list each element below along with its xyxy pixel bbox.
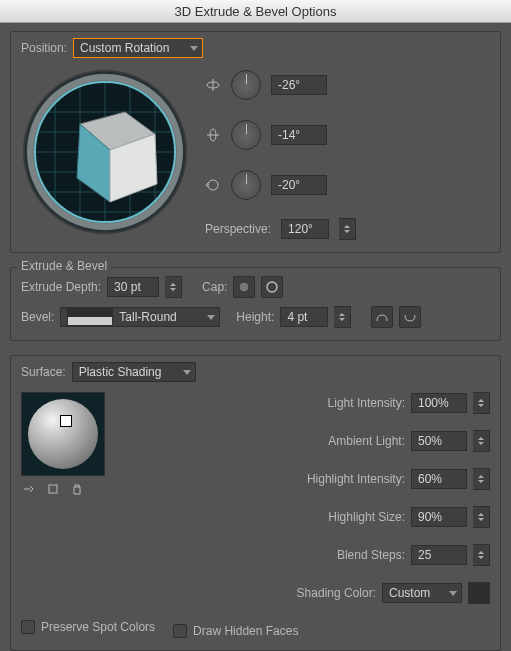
extrude-bevel-group: Extrude & Bevel Extrude Depth: 30 pt Cap… (10, 267, 501, 341)
chevron-down-icon (449, 591, 457, 596)
svg-point-22 (239, 282, 249, 292)
draw-hidden-checkbox[interactable] (173, 624, 187, 638)
shading-color-swatch[interactable] (468, 582, 490, 604)
light-intensity-value: 100% (418, 396, 449, 410)
bevel-height-field[interactable]: 4 pt (280, 307, 328, 327)
new-light-icon[interactable] (45, 482, 61, 496)
perspective-stepper[interactable] (339, 218, 356, 240)
highlight-size-label: Highlight Size: (281, 510, 405, 524)
ambient-light-stepper[interactable] (473, 430, 490, 452)
perspective-field[interactable]: 120° (281, 219, 329, 239)
shading-color-value: Custom (389, 586, 430, 600)
blend-steps-label: Blend Steps: (281, 548, 405, 562)
svg-point-21 (208, 180, 218, 190)
rotate-z-knob[interactable] (231, 170, 261, 200)
highlight-size-value: 90% (418, 510, 442, 524)
rotate-z-value: -20° (278, 178, 300, 192)
light-intensity-field[interactable]: 100% (411, 393, 467, 413)
position-preset-value: Custom Rotation (80, 41, 169, 55)
chevron-down-icon (183, 370, 191, 375)
ambient-light-label: Ambient Light: (281, 434, 405, 448)
light-intensity-label: Light Intensity: (281, 396, 405, 410)
rotate-x-icon (205, 77, 221, 93)
bevel-height-stepper[interactable] (334, 306, 351, 328)
light-sphere-preview[interactable] (21, 392, 105, 476)
highlight-size-stepper[interactable] (473, 506, 490, 528)
extrude-depth-value: 30 pt (114, 280, 141, 294)
light-handle[interactable] (60, 415, 72, 427)
chevron-down-icon (190, 46, 198, 51)
rotate-y-icon (205, 127, 221, 143)
highlight-size-field[interactable]: 90% (411, 507, 467, 527)
surface-preset-select[interactable]: Plastic Shading (72, 362, 196, 382)
cap-off-button[interactable] (261, 276, 283, 298)
perspective-label: Perspective: (205, 222, 271, 236)
chevron-down-icon (207, 315, 215, 320)
bevel-label: Bevel: (21, 310, 54, 324)
rotate-y-knob[interactable] (231, 120, 261, 150)
extrude-depth-stepper[interactable] (165, 276, 182, 298)
delete-light-icon[interactable] (69, 482, 85, 496)
shading-color-select[interactable]: Custom (382, 583, 462, 603)
extrude-depth-field[interactable]: 30 pt (107, 277, 159, 297)
rotate-z-icon (205, 177, 221, 193)
draw-hidden-label: Draw Hidden Faces (193, 624, 298, 638)
position-label: Position: (21, 41, 67, 55)
rotate-y-value: -14° (278, 128, 300, 142)
shading-color-label: Shading Color: (252, 586, 376, 600)
blend-steps-value: 25 (418, 548, 431, 562)
extrude-depth-label: Extrude Depth: (21, 280, 101, 294)
dialog-title: 3D Extrude & Bevel Options (175, 4, 337, 19)
bevel-height-value: 4 pt (287, 310, 307, 324)
svg-rect-24 (49, 485, 57, 493)
move-light-back-icon[interactable] (21, 482, 37, 496)
position-preset-select[interactable]: Custom Rotation (73, 38, 203, 58)
ambient-light-field[interactable]: 50% (411, 431, 467, 451)
rotate-y-field[interactable]: -14° (271, 125, 327, 145)
blend-steps-field[interactable]: 25 (411, 545, 467, 565)
extrude-bevel-title: Extrude & Bevel (17, 259, 111, 273)
rotate-x-value: -26° (278, 78, 300, 92)
titlebar: 3D Extrude & Bevel Options (0, 0, 511, 23)
highlight-intensity-stepper[interactable] (473, 468, 490, 490)
rotate-x-field[interactable]: -26° (271, 75, 327, 95)
highlight-intensity-label: Highlight Intensity: (281, 472, 405, 486)
surface-preset-value: Plastic Shading (79, 365, 162, 379)
preserve-spot-checkbox[interactable] (21, 620, 35, 634)
bevel-extent-in-button[interactable] (371, 306, 393, 328)
svg-point-23 (267, 282, 277, 292)
cap-label: Cap: (202, 280, 227, 294)
surface-label: Surface: (21, 365, 66, 379)
light-intensity-stepper[interactable] (473, 392, 490, 414)
ambient-light-value: 50% (418, 434, 442, 448)
rotation-cube-preview[interactable] (23, 70, 187, 234)
bevel-preset-select[interactable]: Tall-Round (60, 307, 220, 327)
highlight-intensity-field[interactable]: 60% (411, 469, 467, 489)
surface-group: Surface: Plastic Shading Light Intensit (10, 355, 501, 651)
rotate-z-field[interactable]: -20° (271, 175, 327, 195)
rotate-x-knob[interactable] (231, 70, 261, 100)
bevel-preset-value: Tall-Round (119, 310, 193, 324)
bevel-preview-swatch (67, 308, 113, 326)
highlight-intensity-value: 60% (418, 472, 442, 486)
position-group: Position: Custom Rotation (10, 31, 501, 253)
blend-steps-stepper[interactable] (473, 544, 490, 566)
preserve-spot-label: Preserve Spot Colors (41, 620, 155, 634)
bevel-height-label: Height: (236, 310, 274, 324)
bevel-extent-out-button[interactable] (399, 306, 421, 328)
perspective-value: 120° (288, 222, 313, 236)
cap-on-button[interactable] (233, 276, 255, 298)
